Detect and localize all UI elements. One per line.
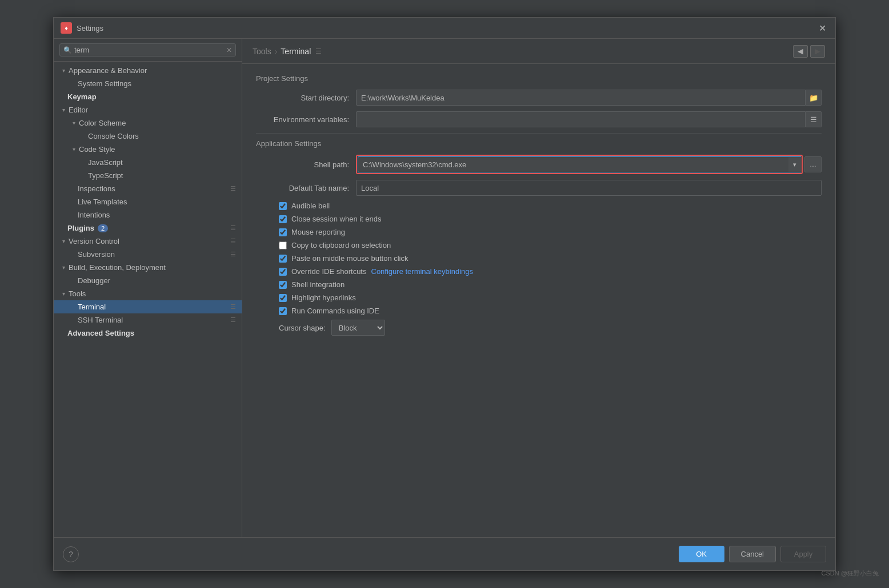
shell-path-group: ▾ <box>356 155 803 174</box>
checkbox-run-commands[interactable] <box>279 307 287 315</box>
chevron-icon: ▾ <box>59 290 67 298</box>
sidebar-item-subversion[interactable]: Subversion ☰ <box>54 248 242 261</box>
shell-path-dropdown-button[interactable]: ▾ <box>788 156 801 172</box>
env-variables-label: Environment variables: <box>256 115 356 124</box>
bottom-bar: ? OK Cancel Apply <box>54 537 835 570</box>
checkbox-row-run-commands: Run Commands using IDE <box>256 307 822 315</box>
sidebar-item-build-execution[interactable]: ▾ Build, Execution, Deployment <box>54 261 242 274</box>
sidebar-item-code-style[interactable]: ▾ Code Style <box>54 143 242 156</box>
env-variables-browse-button[interactable]: ☰ <box>806 111 822 127</box>
checkbox-label-copy-clipboard: Copy to clipboard on selection <box>291 241 391 249</box>
env-variables-group: ☰ <box>356 111 822 127</box>
ok-button[interactable]: OK <box>679 546 724 562</box>
checkbox-label-override-ide: Override IDE shortcuts <box>291 267 367 276</box>
checkbox-label-paste-middle: Paste on middle mouse button click <box>291 254 409 263</box>
footer-buttons: OK Cancel Apply <box>679 546 826 562</box>
breadcrumb-parent: Tools <box>253 47 271 56</box>
env-variables-row: Environment variables: ☰ <box>256 111 822 127</box>
breadcrumb-current: Terminal <box>281 47 311 56</box>
checkbox-row-highlight-hyperlinks: Highlight hyperlinks <box>256 293 822 302</box>
sidebar-item-javascript[interactable]: JavaScript <box>54 156 242 169</box>
sidebar-item-label: SSH Terminal <box>78 316 123 324</box>
close-button[interactable]: ✕ <box>816 23 828 34</box>
checkbox-row-copy-clipboard: Copy to clipboard on selection <box>256 241 822 249</box>
checkbox-label-highlight-hyperlinks: Highlight hyperlinks <box>291 293 356 302</box>
sidebar-item-label: Subversion <box>78 250 115 259</box>
default-tab-name-input[interactable] <box>356 180 822 196</box>
sidebar-item-ssh-terminal[interactable]: SSH Terminal ☰ <box>54 313 242 327</box>
env-variables-control: ☰ <box>356 111 822 127</box>
checkbox-label-close-session: Close session when it ends <box>291 215 382 223</box>
watermark: CSDN @狂野小白兔 <box>822 569 879 578</box>
start-directory-input[interactable] <box>356 90 806 106</box>
sidebar-item-version-control[interactable]: ▾ Version Control ☰ <box>54 235 242 248</box>
sidebar-item-label: Tools <box>69 289 86 298</box>
sidebar-item-label: System Settings <box>78 79 131 88</box>
checkbox-copy-clipboard[interactable] <box>279 241 287 249</box>
sidebar-item-debugger[interactable]: Debugger <box>54 274 242 287</box>
cancel-button[interactable]: Cancel <box>729 546 776 562</box>
sidebar-item-plugins[interactable]: Plugins 2 ☰ <box>54 221 242 235</box>
checkbox-row-mouse-reporting: Mouse reporting <box>256 228 822 236</box>
shell-path-browse-button[interactable]: … <box>804 156 822 172</box>
checkbox-audible-bell[interactable] <box>279 202 287 210</box>
nav-forward-button[interactable]: ▶ <box>810 45 825 58</box>
list-icon: ☰ <box>230 237 236 245</box>
help-button[interactable]: ? <box>63 546 79 562</box>
start-directory-row: Start directory: 📁 <box>256 90 822 106</box>
checkbox-row-override-ide: Override IDE shortcutsConfigure terminal… <box>256 267 822 276</box>
list-icon: ☰ <box>230 251 236 258</box>
cursor-shape-row: Cursor shape: Block Underline Vertical <box>256 320 822 336</box>
breadcrumb-icon: ☰ <box>315 47 322 55</box>
sidebar-item-editor[interactable]: ▾ Editor <box>54 103 242 116</box>
cursor-shape-select[interactable]: Block Underline Vertical <box>331 320 385 336</box>
nav-back-button[interactable]: ◀ <box>793 45 808 58</box>
list-icon: ☰ <box>230 185 236 192</box>
apply-button[interactable]: Apply <box>780 546 826 562</box>
shell-path-control: ▾ … <box>356 155 822 174</box>
configure-keybindings-link[interactable]: Configure terminal keybindings <box>371 267 473 276</box>
breadcrumb-separator: › <box>275 47 278 56</box>
env-variables-input[interactable] <box>356 111 806 127</box>
checkbox-close-session[interactable] <box>279 215 287 223</box>
start-directory-browse-button[interactable]: 📁 <box>806 90 822 106</box>
search-input[interactable] <box>74 46 226 54</box>
sidebar-item-appearance[interactable]: ▾ Appearance & Behavior <box>54 64 242 77</box>
checkbox-paste-middle[interactable] <box>279 255 287 263</box>
checkbox-highlight-hyperlinks[interactable] <box>279 294 287 302</box>
default-tab-name-row: Default Tab name: <box>256 180 822 196</box>
checkbox-label-shell-integration: Shell integration <box>291 280 345 289</box>
sidebar-item-label: Version Control <box>69 237 119 245</box>
sidebar-item-inspections[interactable]: Inspections ☰ <box>54 182 242 195</box>
sidebar-item-label: Color Scheme <box>79 119 126 127</box>
sidebar: 🔍 ✕ ▾ Appearance & Behavior System Setti… <box>54 39 242 537</box>
nav-arrows: ◀ ▶ <box>793 45 825 58</box>
checkbox-shell-integration[interactable] <box>279 281 287 289</box>
cursor-shape-label: Cursor shape: <box>279 324 326 332</box>
sidebar-item-tools[interactable]: ▾ Tools <box>54 287 242 300</box>
checkbox-override-ide[interactable] <box>279 268 287 276</box>
sidebar-item-typescript[interactable]: TypeScript <box>54 169 242 182</box>
sidebar-item-terminal[interactable]: Terminal ☰ <box>54 300 242 313</box>
sidebar-item-intentions[interactable]: Intentions <box>54 208 242 221</box>
start-directory-group: 📁 <box>356 90 822 106</box>
default-tab-name-control <box>356 180 822 196</box>
shell-path-input[interactable] <box>358 156 788 172</box>
chevron-icon: ▾ <box>70 119 78 127</box>
plugins-badge: 2 <box>98 224 108 232</box>
checkbox-mouse-reporting[interactable] <box>279 228 287 236</box>
sidebar-item-keymap[interactable]: Keymap <box>54 90 242 103</box>
sidebar-item-console-colors[interactable]: Console Colors <box>54 130 242 143</box>
content-header: Tools › Terminal ☰ ◀ ▶ <box>242 39 835 64</box>
sidebar-item-label: Console Colors <box>88 132 139 140</box>
list-icon: ☰ <box>230 224 236 232</box>
sidebar-item-system-settings[interactable]: System Settings <box>54 77 242 90</box>
chevron-icon: ▾ <box>59 106 67 114</box>
sidebar-item-color-scheme[interactable]: ▾ Color Scheme <box>54 116 242 130</box>
nav-tree: ▾ Appearance & Behavior System Settings … <box>54 62 242 537</box>
sidebar-item-advanced-settings[interactable]: Advanced Settings <box>54 327 242 340</box>
sidebar-item-live-templates[interactable]: Live Templates <box>54 195 242 208</box>
start-directory-label: Start directory: <box>256 94 356 102</box>
clear-icon[interactable]: ✕ <box>226 46 232 54</box>
chevron-icon: ▾ <box>59 264 67 272</box>
